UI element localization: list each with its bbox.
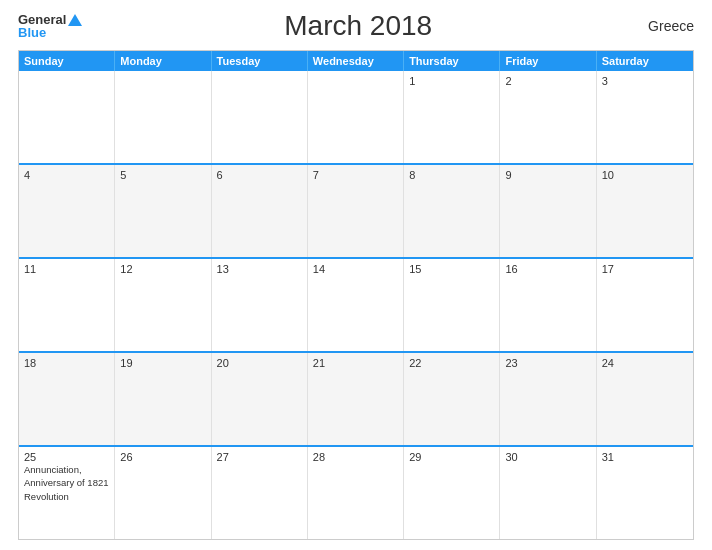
calendar-week-1: 1 2 3	[19, 71, 693, 163]
cal-cell-21: 21	[308, 353, 404, 445]
calendar-week-4: 18 19 20 21 22 23 24	[19, 351, 693, 445]
cal-cell-17: 17	[597, 259, 693, 351]
cal-cell-16: 16	[500, 259, 596, 351]
holiday-text-25: Annunciation, Anniversary of 1821 Revolu…	[24, 464, 109, 502]
header-friday: Friday	[500, 51, 596, 71]
cal-cell-27: 27	[212, 447, 308, 539]
header-thursday: Thursday	[404, 51, 500, 71]
calendar-body: 1 2 3 4 5 6 7 8 9 10 11 12 13 14 15	[19, 71, 693, 539]
cal-cell-14: 14	[308, 259, 404, 351]
cal-cell-11: 11	[19, 259, 115, 351]
calendar-grid: Sunday Monday Tuesday Wednesday Thursday…	[18, 50, 694, 540]
cal-cell-18: 18	[19, 353, 115, 445]
logo-blue-text: Blue	[18, 26, 46, 39]
cal-cell-26: 26	[115, 447, 211, 539]
cal-cell-8: 8	[404, 165, 500, 257]
cal-cell-empty	[308, 71, 404, 163]
cal-cell-1: 1	[404, 71, 500, 163]
calendar-week-2: 4 5 6 7 8 9 10	[19, 163, 693, 257]
cal-cell-empty	[115, 71, 211, 163]
cal-cell-28: 28	[308, 447, 404, 539]
header-monday: Monday	[115, 51, 211, 71]
logo-triangle-icon	[68, 14, 82, 26]
cal-cell-4: 4	[19, 165, 115, 257]
cal-cell-7: 7	[308, 165, 404, 257]
header: General Blue March 2018 Greece	[18, 10, 694, 42]
cal-cell-13: 13	[212, 259, 308, 351]
cal-cell-15: 15	[404, 259, 500, 351]
cal-cell-3: 3	[597, 71, 693, 163]
cal-cell-5: 5	[115, 165, 211, 257]
header-tuesday: Tuesday	[212, 51, 308, 71]
cal-cell-31: 31	[597, 447, 693, 539]
cal-cell-20: 20	[212, 353, 308, 445]
calendar-title: March 2018	[82, 10, 634, 42]
cal-cell-empty	[19, 71, 115, 163]
cal-cell-12: 12	[115, 259, 211, 351]
cal-cell-25: 25 Annunciation, Anniversary of 1821 Rev…	[19, 447, 115, 539]
calendar-header-row: Sunday Monday Tuesday Wednesday Thursday…	[19, 51, 693, 71]
cal-cell-19: 19	[115, 353, 211, 445]
calendar-page: General Blue March 2018 Greece Sunday Mo…	[0, 0, 712, 550]
country-label: Greece	[634, 18, 694, 34]
cal-cell-24: 24	[597, 353, 693, 445]
cal-cell-9: 9	[500, 165, 596, 257]
cal-cell-30: 30	[500, 447, 596, 539]
header-wednesday: Wednesday	[308, 51, 404, 71]
calendar-week-5: 25 Annunciation, Anniversary of 1821 Rev…	[19, 445, 693, 539]
header-sunday: Sunday	[19, 51, 115, 71]
cal-cell-22: 22	[404, 353, 500, 445]
cal-cell-2: 2	[500, 71, 596, 163]
cal-cell-6: 6	[212, 165, 308, 257]
calendar-week-3: 11 12 13 14 15 16 17	[19, 257, 693, 351]
cal-cell-10: 10	[597, 165, 693, 257]
header-saturday: Saturday	[597, 51, 693, 71]
cal-cell-empty	[212, 71, 308, 163]
cal-cell-29: 29	[404, 447, 500, 539]
cal-cell-23: 23	[500, 353, 596, 445]
logo: General Blue	[18, 13, 82, 39]
